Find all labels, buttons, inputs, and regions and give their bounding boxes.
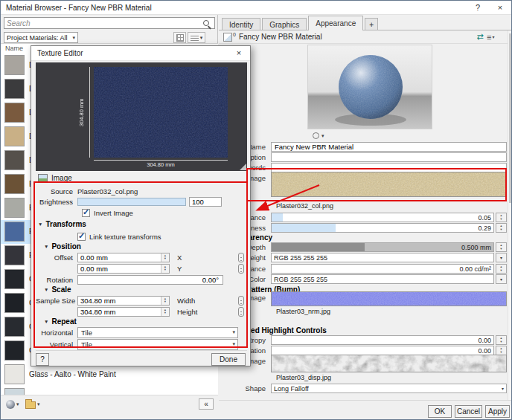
chevron-down-icon: ▾ (16, 401, 19, 407)
material-preview[interactable] (307, 45, 432, 129)
link-transforms-checkbox[interactable] (77, 233, 86, 241)
link-chain-icon[interactable] (238, 307, 244, 317)
shape-dropdown[interactable]: Long Falloff ▾ (271, 384, 507, 393)
link-chain-icon[interactable] (238, 296, 244, 306)
view-grid-button[interactable] (173, 32, 186, 43)
spinner[interactable] (161, 253, 169, 262)
bump-image-swatch[interactable] (271, 291, 507, 306)
material-list-item[interactable]: Glass - Copper Industries - Glass (1, 387, 218, 395)
search-box (4, 17, 215, 29)
name-field[interactable] (271, 142, 507, 152)
weight-color-field[interactable]: RGB 255 255 255 (271, 253, 494, 262)
asset-name: Fancy New PBR Material (239, 33, 322, 41)
spinner[interactable] (496, 264, 507, 274)
color-dropdown-button[interactable] (496, 253, 507, 262)
ok-button[interactable]: OK (428, 405, 452, 418)
texture-editor-dialog: Texture Editor 304.80 mm 304.80 mm Image… (31, 45, 251, 366)
help-button[interactable]: ? (36, 353, 49, 366)
luminance-field[interactable]: 0.00 cd/m² (271, 264, 494, 274)
brightness-input[interactable] (190, 198, 221, 206)
bump-image-filename: Plaster03_nrm.jpg (276, 308, 330, 315)
horizontal-repeat-dropdown[interactable]: Tile (77, 327, 238, 338)
position-section-header[interactable]: Position (44, 242, 81, 251)
sample-width-field[interactable] (77, 296, 170, 306)
asset-menu-icon[interactable] (487, 33, 502, 42)
sample-height-input[interactable] (78, 308, 169, 316)
scrollbar-thumb[interactable] (509, 33, 512, 203)
description-input[interactable] (274, 153, 504, 161)
texture-editor-titlebar[interactable]: Texture Editor (31, 46, 250, 61)
spinner[interactable] (496, 242, 507, 252)
spinner[interactable] (161, 297, 169, 305)
library-toolbar: ▾ ▾ (1, 395, 218, 420)
invert-image-checkbox[interactable] (82, 209, 90, 217)
color-image-swatch[interactable] (271, 172, 507, 197)
offset-y-input[interactable] (78, 265, 169, 273)
spinner[interactable] (496, 223, 507, 233)
link-chain-icon[interactable] (238, 264, 244, 274)
window-help-button[interactable]: ? (467, 1, 489, 14)
rotation-input[interactable] (78, 276, 223, 284)
list-header-name[interactable]: Name (5, 45, 23, 52)
offset-x-input[interactable] (78, 253, 169, 262)
tab-graphics[interactable]: Graphics (262, 18, 307, 30)
scale-section-header[interactable]: Scale (44, 285, 71, 294)
repeat-section-header[interactable]: Repeat (44, 317, 77, 326)
offset-y-field[interactable] (77, 264, 170, 274)
weight-row: Weight RGB 255 255 255 (222, 253, 507, 262)
luminance-row: Luminance 0.00 cd/m² (222, 264, 507, 274)
vertical-scrollbar[interactable] (508, 30, 512, 401)
name-input[interactable] (274, 143, 504, 151)
view-list-button[interactable]: ▾ (188, 32, 205, 43)
spinner[interactable] (496, 335, 507, 345)
open-library-button[interactable]: ▾ (23, 398, 42, 410)
collapse-panel-button[interactable] (199, 398, 214, 410)
create-material-button[interactable]: ▾ (4, 398, 22, 410)
tab-identity[interactable]: Identity (222, 18, 260, 30)
project-materials-dropdown[interactable]: Project Materials: All ▾ (4, 32, 78, 43)
keywords-input[interactable] (274, 164, 504, 172)
resize-handle[interactable] (240, 164, 246, 170)
material-thumbnail (4, 364, 25, 384)
sample-width-input[interactable] (78, 297, 169, 305)
texture-image[interactable] (94, 67, 228, 158)
close-icon[interactable] (228, 46, 250, 60)
transforms-section-header[interactable]: Transforms (38, 220, 86, 228)
search-input[interactable] (4, 19, 203, 28)
link-chain-icon[interactable] (238, 253, 244, 262)
anisotropy-field[interactable]: 0.00 (271, 335, 494, 345)
apply-button[interactable]: Apply (485, 405, 510, 418)
window-close-button[interactable]: × (489, 1, 511, 14)
spinner[interactable] (496, 213, 507, 222)
window-titlebar: Material Browser - Fancy New PBR Materia… (1, 1, 511, 15)
vertical-repeat-dropdown[interactable]: Tile (77, 339, 238, 350)
disp-image-swatch[interactable] (271, 355, 507, 372)
offset-x-field[interactable] (77, 253, 170, 262)
brightness-slider[interactable] (77, 198, 186, 206)
image-section-header[interactable]: Image (38, 174, 72, 182)
spinner[interactable] (161, 265, 169, 273)
roughness-slider[interactable]: 0.29 (271, 223, 494, 233)
description-field[interactable] (271, 152, 507, 162)
preview-scene-button[interactable]: ▾ (313, 132, 324, 139)
color-dropdown-button[interactable] (496, 274, 507, 284)
source-value[interactable]: Plaster032_col.png (77, 187, 138, 196)
tab-appearance[interactable]: Appearance (308, 16, 363, 30)
height-dimension-label: 304.80 mm (77, 67, 86, 158)
swap-asset-icon[interactable] (473, 32, 487, 42)
vertical-repeat-value: Tile (81, 340, 92, 349)
sample-height-row: Height (36, 306, 247, 317)
window-title: Material Browser - Fancy New PBR Materia… (1, 4, 467, 12)
filter-color-field[interactable]: RGB 255 255 255 (271, 274, 494, 284)
brightness-label: Brightness (36, 198, 77, 206)
sample-height-field[interactable] (77, 307, 170, 317)
depth-slider[interactable]: 0.500 mm (271, 242, 494, 252)
brightness-value-field[interactable] (189, 197, 222, 207)
reflectance-slider[interactable]: 0.05 (271, 213, 494, 222)
cancel-button[interactable]: Cancel (455, 405, 482, 418)
rotation-field[interactable] (77, 275, 223, 285)
done-button[interactable]: Done (211, 353, 246, 366)
link-transforms-label: Link texture transforms (89, 233, 161, 241)
spinner[interactable] (161, 308, 169, 316)
tab-add-button[interactable]: + (365, 18, 378, 30)
